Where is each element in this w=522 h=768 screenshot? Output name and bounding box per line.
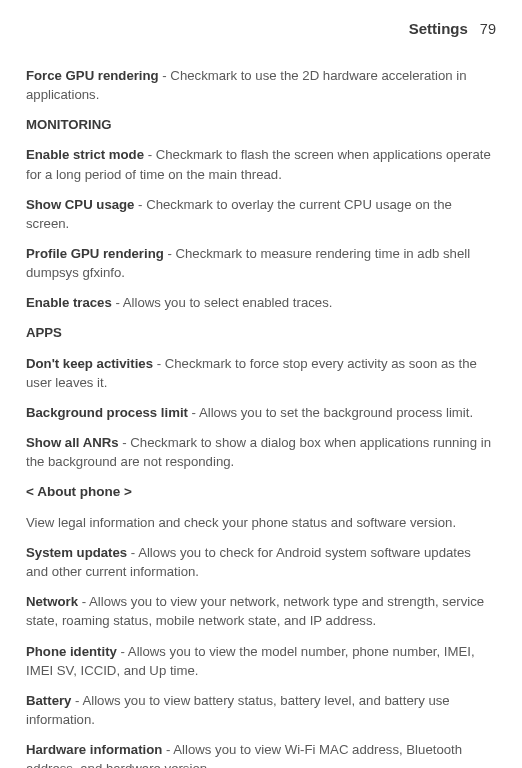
entry-system-updates: System updates - Allows you to check for…: [26, 543, 496, 581]
entry-network: Network - Allows you to view your networ…: [26, 592, 496, 630]
entry-anrs: Show all ANRs - Checkmark to show a dial…: [26, 433, 496, 471]
entry-profile-gpu: Profile GPU rendering - Checkmark to mea…: [26, 244, 496, 282]
section-apps: APPS: [26, 323, 496, 342]
desc: - Allows you to view your network, netwo…: [26, 594, 484, 628]
entry-bg-limit: Background process limit - Allows you to…: [26, 403, 496, 422]
entry-dont-keep: Don't keep activities - Checkmark to for…: [26, 354, 496, 392]
heading-about-phone: < About phone >: [26, 482, 496, 502]
term: Enable traces: [26, 295, 112, 310]
term: Network: [26, 594, 78, 609]
term: System updates: [26, 545, 127, 560]
header-title: Settings: [409, 18, 468, 40]
term: Background process limit: [26, 405, 188, 420]
entry-cpu-usage: Show CPU usage - Checkmark to overlay th…: [26, 195, 496, 233]
term: Hardware information: [26, 742, 162, 757]
page-number: 79: [480, 19, 496, 40]
entry-hardware-info: Hardware information - Allows you to vie…: [26, 740, 496, 768]
term: Show all ANRs: [26, 435, 119, 450]
term: Battery: [26, 693, 71, 708]
term: Enable strict mode: [26, 147, 144, 162]
page-header: Settings 79: [26, 18, 496, 40]
term: Don't keep activities: [26, 356, 153, 371]
entry-battery: Battery - Allows you to view battery sta…: [26, 691, 496, 729]
desc: - Allows you to set the background proce…: [188, 405, 473, 420]
desc: - Allows you to select enabled traces.: [112, 295, 333, 310]
term: Phone identity: [26, 644, 117, 659]
term: Profile GPU rendering: [26, 246, 164, 261]
entry-force-gpu: Force GPU rendering - Checkmark to use t…: [26, 66, 496, 104]
about-intro: View legal information and check your ph…: [26, 513, 496, 532]
entry-strict-mode: Enable strict mode - Checkmark to flash …: [26, 145, 496, 183]
section-monitoring: MONITORING: [26, 115, 496, 134]
term: Force GPU rendering: [26, 68, 159, 83]
entry-enable-traces: Enable traces - Allows you to select ena…: [26, 293, 496, 312]
desc: - Allows you to view battery status, bat…: [26, 693, 450, 727]
entry-phone-identity: Phone identity - Allows you to view the …: [26, 642, 496, 680]
term: Show CPU usage: [26, 197, 134, 212]
